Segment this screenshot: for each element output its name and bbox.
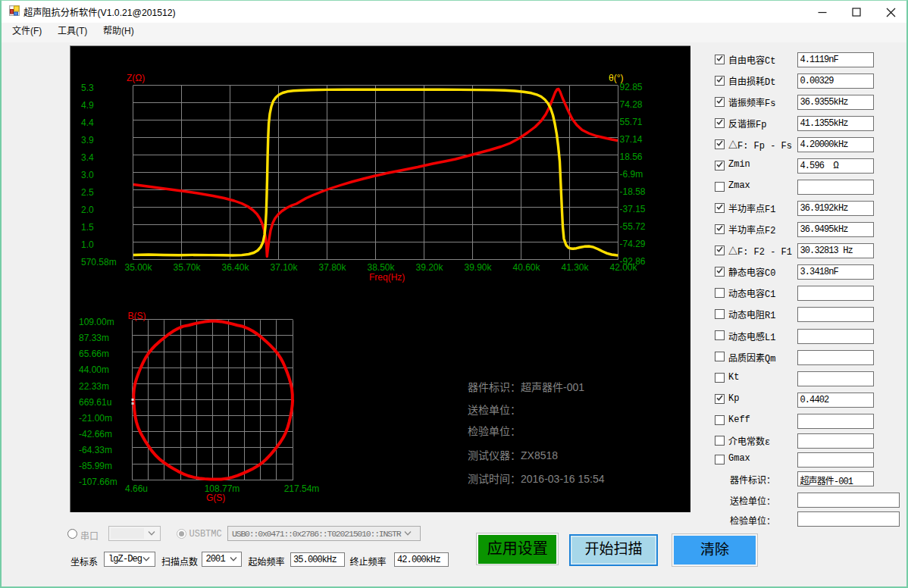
- svg-text:109.00m: 109.00m: [79, 317, 114, 327]
- svg-text:-55.72: -55.72: [620, 221, 646, 232]
- svg-text:42.00k: 42.00k: [609, 262, 637, 273]
- svg-text:1.0: 1.0: [81, 239, 94, 250]
- svg-text:4.66u: 4.66u: [125, 483, 148, 494]
- svg-text:44.00m: 44.00m: [79, 364, 109, 375]
- svg-text:3.0: 3.0: [81, 170, 94, 180]
- svg-text:37.14: 37.14: [620, 134, 643, 145]
- svg-text:-6.9m: -6.9m: [620, 169, 643, 180]
- svg-text:-21.00m: -21.00m: [79, 413, 112, 424]
- svg-text:器件标识：超声器件-001: 器件标识：超声器件-001: [468, 381, 584, 393]
- svg-text:1.5: 1.5: [81, 222, 94, 233]
- svg-text:38.50k: 38.50k: [367, 262, 395, 273]
- svg-text:测试仪器：ZX8518: 测试仪器：ZX8518: [468, 449, 558, 461]
- svg-text:5.3: 5.3: [81, 83, 94, 93]
- svg-text:Z(Ω): Z(Ω): [127, 73, 145, 83]
- svg-text:检验单位：: 检验单位：: [468, 425, 521, 437]
- svg-text:92.85: 92.85: [620, 82, 643, 92]
- svg-text:-107.66m: -107.66m: [79, 477, 117, 487]
- svg-text:217.54m: 217.54m: [284, 483, 320, 494]
- svg-text:3.9: 3.9: [81, 135, 94, 145]
- svg-text:2.0: 2.0: [81, 205, 94, 215]
- svg-text:B(S): B(S): [128, 311, 146, 321]
- svg-text:22.33m: 22.33m: [79, 381, 109, 392]
- svg-text:74.28: 74.28: [620, 99, 643, 110]
- svg-text:35.00k: 35.00k: [124, 262, 152, 273]
- svg-text:39.90k: 39.90k: [464, 262, 492, 273]
- svg-text:测试时间：2016-03-16 15:54: 测试时间：2016-03-16 15:54: [468, 473, 605, 485]
- svg-text:-18.58: -18.58: [620, 186, 646, 197]
- svg-text:4.9: 4.9: [81, 100, 94, 111]
- svg-text:35.70k: 35.70k: [173, 262, 201, 273]
- svg-text:2.5: 2.5: [81, 187, 94, 198]
- svg-text:Freq(Hz): Freq(Hz): [369, 272, 405, 283]
- svg-text:669.61u: 669.61u: [79, 397, 111, 408]
- svg-text:40.60k: 40.60k: [512, 262, 540, 273]
- svg-text:-42.66m: -42.66m: [79, 429, 112, 439]
- svg-text:-64.33m: -64.33m: [79, 445, 112, 455]
- svg-text:41.30k: 41.30k: [561, 262, 589, 273]
- svg-text:36.40k: 36.40k: [221, 262, 249, 273]
- svg-text:-37.15: -37.15: [620, 204, 646, 214]
- svg-text:18.56: 18.56: [620, 152, 643, 162]
- svg-text:39.20k: 39.20k: [415, 262, 443, 273]
- svg-text:65.66m: 65.66m: [79, 349, 109, 359]
- svg-text:87.33m: 87.33m: [79, 333, 109, 343]
- svg-text:送检单位：: 送检单位：: [468, 404, 521, 416]
- svg-text:-85.99m: -85.99m: [79, 461, 112, 471]
- svg-text:108.77m: 108.77m: [205, 483, 240, 494]
- svg-text:570.58m: 570.58m: [81, 257, 117, 267]
- svg-text:55.71: 55.71: [620, 117, 643, 127]
- svg-text:4.4: 4.4: [81, 117, 94, 128]
- svg-text:37.80k: 37.80k: [318, 262, 346, 273]
- svg-text:37.10k: 37.10k: [270, 262, 298, 273]
- svg-text:3.4: 3.4: [81, 152, 94, 163]
- svg-text:-74.29: -74.29: [620, 239, 646, 249]
